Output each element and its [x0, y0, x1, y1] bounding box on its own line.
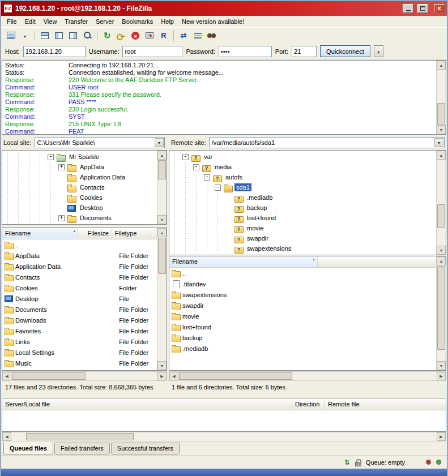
tree-expander[interactable]	[202, 172, 212, 182]
speed-limit-icon[interactable]	[344, 458, 350, 466]
tree-item-movie[interactable]: movie	[169, 223, 436, 233]
local-site-combo[interactable]: C:\Users\Mr Sparkle\	[35, 137, 165, 148]
scroll-down-icon[interactable]	[437, 246, 446, 255]
file-row-documents[interactable]: DocumentsFile Folder	[2, 304, 157, 315]
scroll-left-icon[interactable]	[2, 432, 11, 441]
tab-successful-transfers[interactable]: Successful transfers	[111, 443, 180, 454]
file-row-lost-found[interactable]: lost+found	[169, 321, 436, 332]
queue-column-header-direction[interactable]: Direction	[292, 399, 325, 410]
scroll-right-icon[interactable]	[157, 372, 167, 380]
scroll-thumb[interactable]	[158, 160, 166, 179]
file-row-swapextensions[interactable]: swapextensions	[169, 289, 436, 300]
tree-item-var[interactable]: var	[169, 152, 436, 162]
lock-icon[interactable]	[355, 458, 361, 466]
disconnect-button[interactable]	[143, 29, 156, 42]
tree-item-swapdir[interactable]: swapdir	[169, 233, 436, 243]
minimize-button[interactable]	[403, 4, 413, 13]
file-row-parent[interactable]: ..	[169, 268, 436, 278]
remote-column-header-filename[interactable]: Filename	[169, 256, 318, 267]
remote-hscrollbar[interactable]	[169, 371, 446, 381]
tree-expander[interactable]	[56, 223, 67, 224]
scroll-down-icon[interactable]	[157, 215, 167, 224]
quickconnect-button[interactable]: Quickconnect	[320, 45, 370, 57]
tree-item-lost-found[interactable]: lost+found	[169, 213, 436, 223]
queue-hscrollbar[interactable]	[2, 432, 446, 441]
file-row-links[interactable]: LinksFile Folder	[2, 336, 157, 347]
menu-item-edit[interactable]: Edit	[21, 16, 40, 27]
scroll-thumb[interactable]	[26, 433, 134, 440]
tree-item-contacts[interactable]: Contacts	[2, 182, 157, 192]
file-row-movie[interactable]: movie	[169, 311, 436, 321]
file-row-backup[interactable]: backup	[169, 332, 436, 343]
close-button[interactable]	[434, 4, 445, 13]
tab-queued-files[interactable]: Queued files	[3, 442, 53, 454]
local-tree-scrollbar[interactable]	[157, 151, 167, 224]
toggle-log-button[interactable]	[38, 29, 52, 42]
scroll-down-icon[interactable]	[437, 125, 446, 134]
title-bar[interactable]: FZ 192.168.1.20 - root@192.168.1.20 - Fi…	[1, 1, 447, 16]
toggle-local-tree-button[interactable]	[52, 29, 66, 42]
toggle-queue-button[interactable]	[80, 29, 94, 42]
menu-item-help[interactable]: Help	[157, 16, 178, 27]
scroll-up-icon[interactable]	[157, 228, 167, 237]
tree-expander[interactable]	[212, 182, 223, 192]
scroll-thumb[interactable]	[437, 204, 445, 228]
file-row-local-settings[interactable]: Local SettingsFile Folder	[2, 347, 157, 358]
process-queue-button[interactable]	[114, 29, 128, 42]
scroll-up-icon[interactable]	[437, 256, 446, 265]
scroll-up-icon[interactable]	[437, 151, 446, 160]
tree-expander[interactable]	[180, 152, 191, 162]
tree-item-desktop[interactable]: Desktop	[2, 203, 157, 213]
tree-item-cookies[interactable]: Cookies	[2, 192, 157, 203]
reconnect-button[interactable]	[157, 29, 170, 42]
tree-item-mr-sparkle[interactable]: Mr Sparkle	[2, 152, 157, 162]
file-row-application-data[interactable]: Application DataFile Folder	[2, 261, 157, 272]
file-row-swapdir[interactable]: swapdir	[169, 300, 436, 311]
scroll-left-icon[interactable]	[169, 372, 178, 380]
scroll-right-icon[interactable]	[437, 372, 446, 380]
scroll-right-icon[interactable]	[437, 432, 446, 441]
remote-tree-scrollbar[interactable]	[436, 151, 446, 255]
local-column-header-filesize[interactable]: Filesize	[78, 228, 112, 239]
tree-item-dvd[interactable]: dvd	[169, 254, 436, 255]
file-row-contacts[interactable]: ContactsFile Folder	[2, 272, 157, 282]
site-manager-button[interactable]	[4, 29, 18, 42]
site-manager-dropdown-button[interactable]	[18, 29, 32, 42]
tree-expander[interactable]	[191, 162, 202, 172]
find-files-button[interactable]	[205, 29, 219, 42]
scroll-thumb[interactable]	[12, 372, 86, 380]
tab-failed-transfers[interactable]: Failed transfers	[54, 443, 110, 454]
file-row-parent[interactable]: ..	[2, 239, 157, 250]
port-input[interactable]	[292, 46, 317, 57]
quickconnect-dropdown-button[interactable]	[374, 45, 383, 57]
scroll-thumb[interactable]	[158, 238, 166, 274]
file-row-cookies[interactable]: CookiesFolder	[2, 282, 157, 293]
queue-column-header-server-local-file[interactable]: Server/Local file	[2, 399, 292, 410]
tree-item-appdata[interactable]: AppData	[2, 162, 157, 172]
remote-site-combo[interactable]: /var/media/autofs/sda1	[209, 137, 445, 148]
file-row-favorites[interactable]: FavoritesFile Folder	[2, 325, 157, 336]
combo-dropdown-icon[interactable]	[434, 138, 443, 147]
log-scrollbar[interactable]	[436, 61, 446, 134]
tree-item-autofs[interactable]: autofs	[169, 172, 436, 182]
refresh-button[interactable]	[100, 29, 114, 42]
tree-item-application-data[interactable]: Application Data	[2, 172, 157, 182]
menu-item-file[interactable]: File	[3, 16, 21, 27]
tree-expander[interactable]	[56, 162, 67, 172]
scroll-thumb[interactable]	[437, 103, 445, 125]
username-input[interactable]	[122, 46, 182, 57]
queue-column-header-remote-file[interactable]: Remote file	[325, 399, 446, 410]
combo-dropdown-icon[interactable]	[155, 138, 164, 147]
password-input[interactable]	[219, 46, 272, 57]
local-list-scrollbar[interactable]	[157, 228, 167, 370]
scroll-down-icon[interactable]	[437, 361, 446, 370]
scroll-thumb[interactable]	[179, 372, 292, 380]
directory-comparison-button[interactable]	[191, 29, 204, 42]
menu-item-server[interactable]: Server	[92, 16, 118, 27]
cancel-button[interactable]	[129, 29, 142, 42]
local-column-header-filetype[interactable]: Filetype	[112, 228, 151, 239]
tree-item-media[interactable]: media	[169, 162, 436, 172]
file-row-mediadb[interactable]: .mediadb	[169, 343, 436, 354]
local-column-header-filename[interactable]: Filename	[2, 228, 78, 239]
remote-list-scrollbar[interactable]	[436, 256, 446, 370]
